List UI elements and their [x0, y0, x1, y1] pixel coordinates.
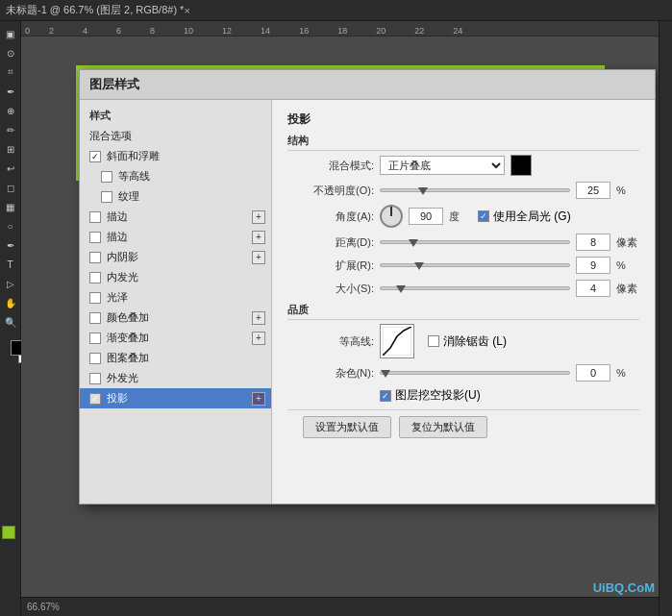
spread-slider-container — [380, 263, 570, 267]
noise-row: 杂色(N): % — [287, 364, 639, 382]
knockout-checkbox[interactable]: ✓ — [380, 390, 391, 402]
tool-heal[interactable]: ⊕ — [2, 102, 19, 119]
opacity-input[interactable] — [576, 182, 610, 199]
stroke1-plus-btn[interactable]: + — [252, 210, 265, 224]
global-light-checkbox[interactable]: ✓ — [478, 210, 489, 222]
texture-item[interactable]: 纹理 — [80, 186, 271, 207]
size-unit: 像素 — [616, 282, 639, 296]
styles-section-label: 样式 — [80, 106, 271, 126]
distance-input[interactable] — [576, 234, 610, 251]
inner-glow-item[interactable]: 内发光 — [80, 267, 271, 287]
inner-glow-checkbox[interactable] — [89, 272, 101, 283]
gradient-overlay-plus-btn[interactable]: + — [252, 332, 265, 345]
contour-thumbnail[interactable] — [380, 324, 414, 358]
inner-shadow-checkbox[interactable] — [89, 252, 101, 263]
close-icon[interactable]: × — [184, 5, 189, 16]
stroke2-checkbox[interactable] — [89, 232, 101, 243]
color-overlay-plus-btn[interactable]: + — [252, 311, 265, 325]
size-label: 大小(S): — [287, 282, 374, 296]
drop-shadow-checkbox[interactable]: ✓ — [89, 393, 101, 405]
opacity-slider-track[interactable] — [380, 188, 570, 192]
noise-slider-container — [380, 371, 570, 375]
tool-hand[interactable]: ✋ — [2, 294, 19, 311]
color-overlay-checkbox[interactable] — [89, 312, 101, 324]
contour-row: 等高线: 消除锯齿 (L) — [287, 324, 639, 358]
dialog-title-bar: 图层样式 — [80, 70, 655, 100]
title-text: 未标题-1 @ 66.7% (图层 2, RGB/8#) * — [6, 3, 184, 17]
stroke1-item[interactable]: 描边 + — [80, 207, 271, 227]
spread-slider-track[interactable] — [380, 263, 570, 267]
tool-lasso[interactable]: ⊙ — [2, 44, 19, 62]
gradient-overlay-label: 渐变叠加 — [107, 331, 149, 345]
outer-glow-label: 外发光 — [107, 371, 138, 385]
outer-glow-checkbox[interactable] — [89, 373, 101, 384]
set-default-button[interactable]: 设置为默认值 — [303, 416, 391, 438]
contour-item[interactable]: 等高线 — [80, 166, 271, 186]
stroke1-label: 描边 — [107, 209, 128, 224]
tool-marquee[interactable]: ▣ — [2, 25, 19, 42]
stroke2-item[interactable]: 描边 + — [80, 227, 271, 247]
tool-gradient[interactable]: ▦ — [2, 198, 19, 215]
gradient-overlay-item[interactable]: 渐变叠加 + — [80, 328, 271, 348]
noise-label: 杂色(N): — [287, 366, 374, 381]
texture-checkbox[interactable] — [101, 191, 112, 203]
opacity-row: 不透明度(O): % — [287, 182, 639, 199]
satin-item[interactable]: 光泽 — [80, 287, 271, 308]
spread-unit: % — [616, 259, 639, 271]
tool-pen[interactable]: ✒ — [2, 236, 19, 254]
drop-shadow-item[interactable]: ✓ 投影 + — [80, 388, 271, 408]
tool-dodge[interactable]: ○ — [2, 217, 19, 234]
blend-options-item[interactable]: 混合选项 — [80, 126, 271, 146]
blend-mode-select[interactable]: 正片叠底 — [380, 156, 505, 175]
blend-color-swatch[interactable] — [510, 155, 532, 176]
noise-input[interactable] — [576, 364, 610, 382]
angle-dial[interactable] — [380, 205, 403, 228]
pattern-overlay-checkbox[interactable] — [89, 353, 101, 364]
right-side-panel — [659, 21, 672, 616]
size-input[interactable] — [576, 280, 610, 297]
noise-slider-track[interactable] — [380, 371, 570, 375]
contour-label: 等高线 — [118, 169, 150, 184]
opacity-slider-thumb[interactable] — [418, 187, 428, 195]
color-overlay-item[interactable]: 颜色叠加 + — [80, 308, 271, 328]
dialog-left-panel: 样式 混合选项 ✓ 斜面和浮雕 等高线 — [80, 100, 272, 504]
inner-shadow-plus-btn[interactable]: + — [252, 251, 265, 264]
tool-history[interactable]: ↩ — [2, 160, 19, 177]
distance-slider-thumb[interactable] — [409, 239, 418, 247]
stroke1-checkbox[interactable] — [89, 211, 101, 223]
drop-shadow-label: 投影 — [107, 391, 128, 406]
tool-crop[interactable]: ⌗ — [2, 63, 19, 81]
gradient-overlay-checkbox[interactable] — [89, 333, 101, 344]
tool-zoom[interactable]: 🔍 — [2, 313, 19, 331]
tool-path[interactable]: ▷ — [2, 275, 19, 292]
angle-dial-indicator — [390, 207, 392, 216]
angle-input[interactable] — [409, 208, 443, 225]
inner-shadow-item[interactable]: 内阴影 + — [80, 247, 271, 267]
tool-brush[interactable]: ✏ — [2, 121, 19, 138]
outer-glow-item[interactable]: 外发光 — [80, 368, 271, 388]
noise-slider-thumb[interactable] — [381, 370, 390, 378]
bevel-emboss-checkbox[interactable]: ✓ — [89, 151, 101, 162]
spread-input[interactable] — [576, 257, 610, 274]
distance-label: 距离(D): — [287, 235, 374, 250]
tool-eraser[interactable]: ◻ — [2, 179, 19, 196]
size-slider-track[interactable] — [380, 286, 570, 290]
drop-shadow-plus-btn[interactable]: + — [252, 392, 265, 406]
distance-slider-track[interactable] — [380, 240, 570, 244]
spread-slider-thumb[interactable] — [414, 262, 424, 270]
tool-text[interactable]: T — [2, 256, 19, 273]
color-indicator — [2, 526, 15, 539]
pattern-overlay-item[interactable]: 图案叠加 — [80, 348, 271, 368]
dialog-bottom-buttons: 设置为默认值 复位为默认值 — [287, 409, 639, 444]
reset-default-button[interactable]: 复位为默认值 — [399, 416, 487, 438]
anti-alias-checkbox[interactable] — [428, 335, 439, 347]
contour-curve-svg — [383, 327, 411, 356]
tool-stamp[interactable]: ⊞ — [2, 140, 19, 158]
stroke2-plus-btn[interactable]: + — [252, 231, 265, 244]
contour-checkbox[interactable] — [101, 171, 112, 183]
size-slider-thumb[interactable] — [396, 285, 406, 293]
satin-checkbox[interactable] — [89, 292, 101, 304]
tool-eyedropper[interactable]: ✒ — [2, 83, 19, 100]
opacity-unit: % — [616, 185, 639, 196]
bevel-emboss-item[interactable]: ✓ 斜面和浮雕 — [80, 146, 271, 166]
